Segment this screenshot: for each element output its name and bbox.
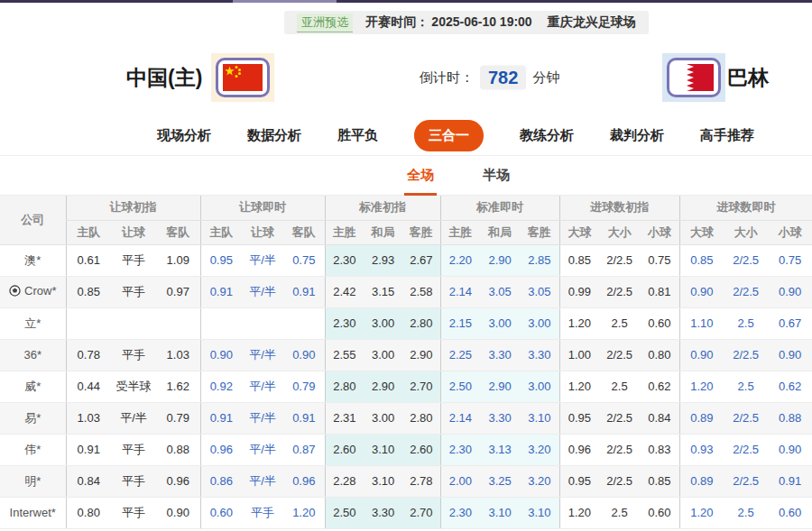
kickoff-value: 2025-06-10 19:00	[431, 14, 531, 29]
odds-cell: 0.91	[66, 434, 111, 465]
table-row: 明*0.84平手0.960.86平/半0.962.283.102.782.003…	[0, 465, 812, 497]
odds-cell: 3.10	[364, 434, 402, 465]
nav-tab-expert-picks[interactable]: 高手推荐	[700, 127, 754, 144]
company-name: 伟*	[24, 443, 41, 456]
odds-cell: 2/2.5	[599, 244, 640, 276]
table-row: Interwet*0.80平手0.900.60平手1.202.503.302.7…	[0, 497, 812, 528]
nav-tab-label: 教练分析	[520, 127, 574, 142]
bahrain-flag-icon	[667, 58, 721, 97]
company-name: 威*	[24, 380, 41, 393]
odds-cell: 2.90	[402, 339, 440, 371]
company-cell[interactable]: 明*	[0, 465, 66, 497]
odds-cell: 3.25	[480, 465, 520, 497]
nav-tab-live-analysis[interactable]: 现场分析	[157, 127, 211, 144]
nav-tab-coach-analysis[interactable]: 教练分析	[520, 127, 574, 144]
odds-cell: 0.96	[283, 465, 325, 497]
odds-cell: 1.62	[156, 371, 200, 402]
subtab-full-match[interactable]: 全场	[404, 156, 437, 196]
odds-cell: 2.58	[402, 276, 440, 307]
company-cell[interactable]: 澳*	[0, 244, 66, 276]
company-cell[interactable]: 立*	[0, 307, 66, 339]
odds-cell: 0.62	[768, 371, 812, 402]
subtabs-inner: 全场半场	[404, 156, 512, 195]
home-team-name: 中国(主)	[126, 64, 202, 92]
table-row: 立*2.303.002.802.153.003.001.202.50.601.1…	[0, 307, 812, 339]
odds-cell: 平/半	[111, 402, 156, 434]
subtab-half-match[interactable]: 半场	[480, 156, 512, 196]
sub-header: 大小	[724, 220, 768, 244]
odds-cell: 0.95	[200, 244, 242, 276]
odds-cell: 2.70	[402, 497, 440, 528]
odds-cell: 0.61	[66, 244, 111, 276]
company-cell[interactable]: 威*	[0, 371, 66, 402]
group-header: 标准即时	[440, 196, 559, 220]
odds-cell: 2.5	[724, 497, 768, 528]
odds-cell	[111, 307, 156, 339]
odds-cell: 2.30	[325, 307, 364, 339]
odds-cell	[200, 307, 242, 339]
odds-cell: 3.30	[364, 497, 402, 528]
odds-cell: 3.00	[364, 307, 402, 339]
odds-cell: 3.20	[520, 465, 559, 497]
odds-cell: 平/半	[242, 465, 283, 497]
odds-cell: 0.62	[640, 371, 679, 402]
odds-cell: 2.70	[402, 371, 440, 402]
odds-cell: 1.20	[283, 497, 325, 528]
odds-cell: 平手	[111, 465, 156, 497]
odds-cell: 1.03	[66, 402, 111, 434]
china-flag-icon	[216, 58, 270, 97]
odds-cell: 2.60	[325, 434, 364, 465]
odds-cell: 2.30	[325, 244, 364, 276]
odds-cell: 0.91	[200, 276, 242, 307]
league-badge[interactable]: 亚洲预选	[297, 14, 353, 32]
odds-cell: 3.10	[520, 497, 559, 528]
company-name: 36*	[23, 348, 42, 362]
odds-cell: 2/2.5	[599, 434, 640, 465]
away-team-flag	[662, 53, 725, 102]
soccer-ball-icon	[9, 285, 21, 299]
sub-header: 大小	[599, 220, 640, 244]
odds-cell: 2/2.5	[724, 339, 768, 371]
company-cell[interactable]: Interwet*	[0, 497, 66, 528]
odds-cell	[156, 307, 200, 339]
odds-cell: 0.75	[768, 244, 812, 276]
odds-cell: 0.90	[768, 339, 812, 371]
sub-header: 小球	[640, 220, 679, 244]
odds-cell: 3.10	[520, 402, 559, 434]
away-team-name: 巴林	[727, 64, 769, 92]
group-header: 标准初指	[325, 196, 440, 220]
odds-cell: 0.80	[640, 339, 679, 371]
company-name: Interwet*	[10, 506, 56, 519]
odds-cell: 2.50	[440, 371, 480, 402]
nav-tab-win-draw-loss[interactable]: 胜平负	[337, 127, 378, 144]
table-row: 伟*0.91平手0.880.96平/半0.872.603.102.602.303…	[0, 434, 812, 465]
odds-cell: 3.20	[520, 434, 559, 465]
odds-cell	[283, 307, 325, 339]
odds-cell: 0.60	[200, 497, 242, 528]
odds-cell: 2.15	[440, 307, 480, 339]
countdown: 倒计时： 782 分钟	[420, 66, 559, 90]
sub-header: 和局	[480, 220, 520, 244]
odds-cell: 3.05	[480, 276, 520, 307]
nav-tab-data-analysis[interactable]: 数据分析	[247, 127, 301, 144]
info-bar-wrap: 亚洲预选 开赛时间：2025-06-10 19:00 重庆龙兴足球场	[0, 11, 812, 34]
odds-cell: 0.90	[283, 339, 325, 371]
company-cell[interactable]: 易*	[0, 402, 66, 434]
company-cell[interactable]: 36*	[0, 339, 66, 371]
nav-tab-referee-analysis[interactable]: 裁判分析	[610, 127, 664, 144]
odds-cell: 3.30	[520, 339, 559, 371]
odds-cell: 2.20	[440, 244, 480, 276]
odds-cell: 2.5	[599, 497, 640, 528]
company-cell[interactable]: 伟*	[0, 434, 66, 465]
odds-cell: 0.91	[768, 465, 812, 497]
odds-table-wrap: 公司让球初指让球即时标准初指标准即时进球数初指进球数即时主队让球客队主队让球客队…	[0, 196, 812, 529]
nav-tab-label: 胜平负	[337, 127, 378, 142]
odds-cell: 2/2.5	[599, 465, 640, 497]
nav-tab-three-in-one[interactable]: 三合一	[414, 120, 484, 151]
odds-cell	[66, 307, 111, 339]
nav-tabs: 现场分析数据分析胜平负三合一教练分析裁判分析高手推荐	[0, 116, 812, 156]
odds-cell: 0.80	[66, 497, 111, 528]
odds-cell: 0.78	[66, 339, 111, 371]
odds-cell: 平手	[111, 339, 156, 371]
company-cell[interactable]: Crow*	[0, 276, 66, 307]
